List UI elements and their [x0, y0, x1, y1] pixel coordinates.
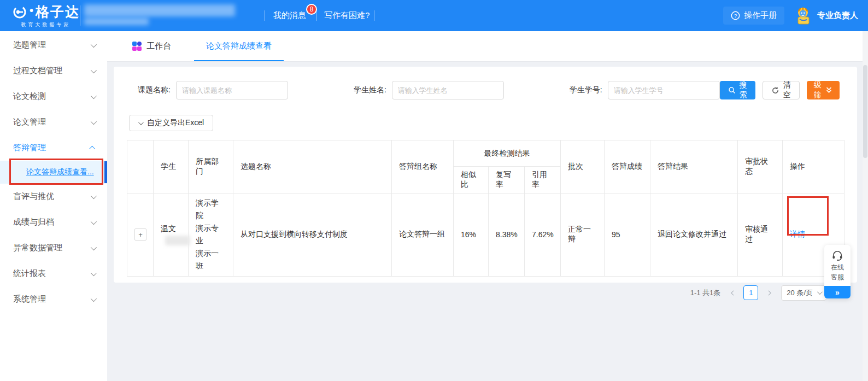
refresh-icon — [771, 86, 779, 95]
cell-quote-rate: 7.62% — [525, 194, 561, 277]
brand-dot: • — [30, 4, 33, 17]
my-messages-link[interactable]: 我的消息 8 — [273, 0, 306, 31]
manual-label: 操作手册 — [744, 10, 777, 21]
cell-batch: 正常一辩 — [561, 194, 605, 277]
online-service-widget[interactable]: 在线 客服 » — [824, 245, 851, 298]
brand-logo[interactable]: • 格子达 教育大数据专家 — [12, 3, 80, 28]
sidebar-item-label: 系统管理 — [13, 294, 46, 304]
page-number-button[interactable]: 1 — [743, 285, 758, 300]
sidebar-item-process-docs[interactable]: 过程文档管理 — [0, 58, 107, 84]
service-label-line2: 客服 — [831, 272, 844, 282]
col-defense-score: 答辩成绩 — [605, 140, 650, 194]
export-excel-button[interactable]: 自定义导出Excel — [129, 115, 213, 131]
svg-text:?: ? — [734, 13, 737, 19]
main-area: 工作台 论文答辩成绩查看 课题名称: 学生姓名: 学生学号: — [107, 31, 868, 381]
department-college: 演示学院 — [196, 197, 226, 222]
chevron-down-icon — [91, 295, 97, 301]
chevron-down-icon — [91, 218, 97, 224]
tab-defense-score-view[interactable]: 论文答辩成绩查看 — [194, 31, 284, 61]
mascot-avatar — [793, 6, 813, 26]
filter-buttons: 搜索 清空 高级筛选 — [720, 81, 840, 99]
brand-logo-icon — [12, 4, 27, 20]
col-approval-status: 审批状态 — [738, 140, 783, 194]
chevron-down-icon — [91, 92, 97, 98]
pagination: 1-1 共1条 1 20 条/页 — [114, 285, 857, 301]
sidebar: 选题管理 过程文档管理 论文检测 论文管理 答辩管理 论文答辩成绩查看... 盲… — [0, 31, 107, 381]
advanced-filter-button[interactable]: 高级筛选 — [807, 81, 840, 99]
department-major: 演示专业 — [196, 222, 226, 247]
chevron-down-icon — [91, 244, 97, 250]
sidebar-item-label: 异常数据管理 — [13, 243, 62, 253]
content-card: 课题名称: 学生姓名: 学生学号: — [114, 67, 857, 283]
double-chevron-down-icon — [825, 86, 832, 94]
search-button[interactable]: 搜索 — [720, 81, 755, 99]
detail-link[interactable]: 详情 — [790, 230, 805, 238]
chevron-down-icon — [91, 118, 97, 124]
cell-topic: 从对口支援到横向转移支付制度 — [233, 194, 392, 277]
my-messages-label: 我的消息 — [273, 10, 306, 20]
col-copy-rate: 复写率 — [489, 167, 525, 194]
chevron-down-icon — [91, 192, 97, 198]
sidebar-item-label: 论文管理 — [13, 117, 46, 127]
sidebar-subitem-defense-score-view[interactable]: 论文答辩成绩查看... — [0, 161, 107, 184]
sidebar-subitem-label: 论文答辩成绩查看... — [26, 167, 94, 177]
sidebar-item-statistics[interactable]: 统计报表 — [0, 261, 107, 286]
sidebar-item-paper-management[interactable]: 论文管理 — [0, 109, 107, 135]
col-topic: 选题名称 — [233, 140, 392, 194]
row-expand-button[interactable]: + — [134, 228, 146, 241]
cell-approval-status: 审核通过 — [738, 194, 783, 277]
cell-expand: + — [127, 194, 154, 277]
manual-button[interactable]: ? 操作手册 — [723, 7, 784, 25]
chevron-up-icon — [89, 145, 95, 151]
role-label: 专业负责人 — [817, 10, 858, 21]
page-size-value: 20 条/页 — [787, 288, 813, 298]
sidebar-item-label: 选题管理 — [13, 40, 46, 50]
chevron-down-icon — [91, 41, 97, 47]
sidebar-item-score-archive[interactable]: 成绩与归档 — [0, 209, 107, 235]
sidebar-item-abnormal-data[interactable]: 异常数据管理 — [0, 235, 107, 261]
service-expand-button[interactable]: » — [824, 286, 851, 298]
col-batch: 批次 — [561, 140, 605, 194]
sidebar-item-label: 统计报表 — [13, 268, 46, 279]
censored-account-block — [84, 4, 235, 16]
sidebar-item-defense-management[interactable]: 答辩管理 — [0, 135, 107, 161]
cell-defense-group: 论文答辩一组 — [392, 194, 454, 277]
tab-workbench-label: 工作台 — [146, 41, 171, 51]
sidebar-item-label: 答辩管理 — [13, 143, 46, 153]
student-id-input[interactable] — [608, 81, 720, 99]
sidebar-item-topic-management[interactable]: 选题管理 — [0, 32, 107, 58]
writing-help-link[interactable]: 写作有困难? — [324, 0, 370, 31]
service-label-line1: 在线 — [831, 262, 844, 272]
header-divider — [374, 10, 374, 21]
next-page-button[interactable] — [764, 286, 776, 300]
cell-defense-score: 95 — [605, 194, 650, 277]
prev-page-button[interactable] — [726, 286, 738, 300]
student-name-input[interactable] — [392, 81, 504, 99]
advanced-filter-label: 高级筛选 — [814, 71, 822, 110]
col-defense-result: 答辩结果 — [650, 140, 738, 194]
col-defense-group: 答辩组名称 — [392, 140, 454, 194]
sidebar-item-label: 论文检测 — [13, 91, 46, 102]
col-final-check-result: 最终检测结果 — [454, 140, 561, 167]
tab-workbench[interactable]: 工作台 — [131, 31, 172, 61]
chevron-down-icon — [138, 120, 144, 125]
sidebar-item-paper-check[interactable]: 论文检测 — [0, 84, 107, 109]
results-table: 学生 所属部门 选题名称 答辩组名称 最终检测结果 批次 答辩成绩 答辩结果 审… — [127, 140, 844, 277]
page-size-select[interactable]: 20 条/页 — [781, 285, 826, 301]
question-circle-icon: ? — [731, 11, 740, 20]
clear-button[interactable]: 清空 — [763, 81, 800, 99]
col-expand — [127, 140, 154, 194]
sidebar-item-system-management[interactable]: 系统管理 — [0, 286, 107, 312]
chevron-down-icon — [91, 67, 97, 73]
page-scrollbar-thumb[interactable] — [863, 65, 867, 158]
header-divider — [316, 10, 316, 21]
search-button-label: 搜索 — [740, 80, 747, 100]
user-account[interactable]: 专业负责人 — [793, 6, 858, 26]
col-action: 操作 — [783, 140, 844, 194]
topic-name-input[interactable] — [176, 81, 288, 99]
chevron-down-icon — [91, 269, 97, 276]
sidebar-item-blind-review[interactable]: 盲评与推优 — [0, 184, 107, 209]
cell-department: 演示学院 演示专业 演示一班 — [189, 194, 233, 277]
cell-student: 温文 — [154, 194, 189, 277]
page-scrollbar-track — [863, 31, 868, 381]
